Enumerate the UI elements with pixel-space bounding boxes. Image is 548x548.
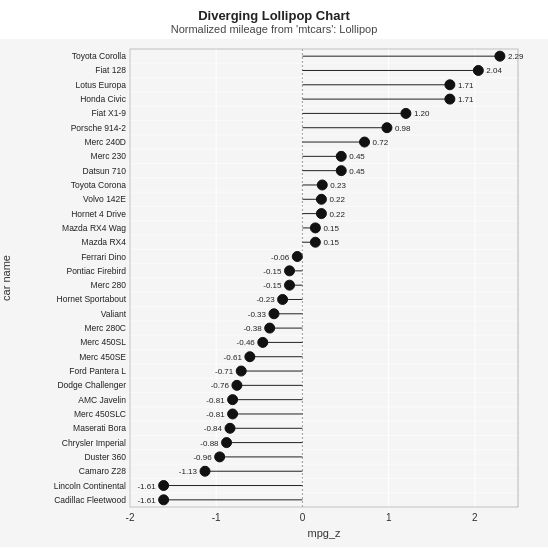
svg-point-92 xyxy=(265,323,275,333)
svg-point-24 xyxy=(445,80,455,90)
svg-text:Fiat 128: Fiat 128 xyxy=(95,65,126,75)
svg-point-68 xyxy=(310,237,320,247)
svg-text:Camaro Z28: Camaro Z28 xyxy=(79,466,127,476)
svg-point-96 xyxy=(258,337,268,347)
svg-point-104 xyxy=(236,366,246,376)
svg-text:Merc 450SE: Merc 450SE xyxy=(79,352,126,362)
svg-text:AMC Javelin: AMC Javelin xyxy=(78,395,126,405)
svg-text:0.15: 0.15 xyxy=(323,238,339,247)
svg-text:Toyota Corona: Toyota Corona xyxy=(71,180,127,190)
chart-title: Diverging Lollipop Chart xyxy=(0,0,548,23)
svg-text:Maserati Bora: Maserati Bora xyxy=(73,423,126,433)
svg-text:Duster 360: Duster 360 xyxy=(84,452,126,462)
chart-subtitle: Normalized mileage from 'mtcars': Lollip… xyxy=(0,23,548,35)
svg-text:-0.46: -0.46 xyxy=(237,338,256,347)
svg-text:-0.81: -0.81 xyxy=(206,396,225,405)
svg-point-32 xyxy=(401,108,411,118)
svg-point-16 xyxy=(495,51,505,61)
svg-text:Pontiac Firebird: Pontiac Firebird xyxy=(66,266,126,276)
chart-svg: -2-1012mpg_zcar name2.29Toyota Corolla2.… xyxy=(0,39,548,547)
svg-text:Merc 450SL: Merc 450SL xyxy=(80,337,126,347)
svg-text:Cadillac Fleetwood: Cadillac Fleetwood xyxy=(54,495,126,505)
svg-text:-0.81: -0.81 xyxy=(206,410,225,419)
svg-text:0.72: 0.72 xyxy=(373,138,389,147)
svg-text:car name: car name xyxy=(0,255,12,301)
svg-point-100 xyxy=(245,352,255,362)
svg-text:-0.88: -0.88 xyxy=(200,439,219,448)
svg-text:Toyota Corolla: Toyota Corolla xyxy=(72,51,127,61)
svg-text:-0.76: -0.76 xyxy=(211,381,230,390)
svg-text:Porsche 914-2: Porsche 914-2 xyxy=(71,123,127,133)
svg-point-40 xyxy=(360,137,370,147)
svg-point-60 xyxy=(316,209,326,219)
svg-text:-0.38: -0.38 xyxy=(243,324,262,333)
svg-text:2.04: 2.04 xyxy=(486,66,502,75)
svg-point-56 xyxy=(316,194,326,204)
svg-text:Hornet 4 Drive: Hornet 4 Drive xyxy=(71,209,126,219)
svg-text:Merc 450SLC: Merc 450SLC xyxy=(74,409,126,419)
svg-text:Honda Civic: Honda Civic xyxy=(80,94,127,104)
svg-point-128 xyxy=(215,452,225,462)
svg-text:Dodge Challenger: Dodge Challenger xyxy=(57,380,126,390)
svg-text:0.45: 0.45 xyxy=(349,152,365,161)
svg-text:-1: -1 xyxy=(212,512,221,523)
svg-text:Merc 230: Merc 230 xyxy=(91,151,127,161)
svg-text:Merc 280: Merc 280 xyxy=(91,280,127,290)
svg-point-112 xyxy=(228,395,238,405)
svg-text:-0.15: -0.15 xyxy=(263,281,282,290)
svg-point-64 xyxy=(310,223,320,233)
svg-text:0.98: 0.98 xyxy=(395,124,411,133)
svg-text:-1.61: -1.61 xyxy=(137,482,156,491)
svg-text:Volvo 142E: Volvo 142E xyxy=(83,194,126,204)
svg-point-36 xyxy=(382,123,392,133)
svg-point-84 xyxy=(278,294,288,304)
svg-point-72 xyxy=(292,252,302,262)
svg-text:-2: -2 xyxy=(126,512,135,523)
svg-text:2.29: 2.29 xyxy=(508,52,524,61)
svg-text:Mazda RX4 Wag: Mazda RX4 Wag xyxy=(62,223,126,233)
svg-text:-0.84: -0.84 xyxy=(204,424,223,433)
svg-text:Ford Pantera L: Ford Pantera L xyxy=(69,366,126,376)
svg-text:0.45: 0.45 xyxy=(349,167,365,176)
svg-text:-0.96: -0.96 xyxy=(193,453,212,462)
svg-text:0.22: 0.22 xyxy=(329,210,345,219)
svg-point-140 xyxy=(159,495,169,505)
svg-text:1.20: 1.20 xyxy=(414,109,430,118)
svg-point-76 xyxy=(285,266,295,276)
svg-point-48 xyxy=(336,166,346,176)
svg-text:-0.33: -0.33 xyxy=(248,310,267,319)
svg-text:-1.61: -1.61 xyxy=(137,496,156,505)
svg-text:0.22: 0.22 xyxy=(329,195,345,204)
svg-text:Valiant: Valiant xyxy=(101,309,127,319)
svg-text:0.15: 0.15 xyxy=(323,224,339,233)
svg-text:1.71: 1.71 xyxy=(458,81,474,90)
svg-text:mpg_z: mpg_z xyxy=(307,527,341,539)
svg-point-20 xyxy=(473,65,483,75)
svg-point-132 xyxy=(200,466,210,476)
svg-text:Lotus Europa: Lotus Europa xyxy=(75,80,126,90)
svg-point-108 xyxy=(232,380,242,390)
svg-point-88 xyxy=(269,309,279,319)
svg-text:Mazda RX4: Mazda RX4 xyxy=(82,237,127,247)
svg-point-124 xyxy=(222,438,232,448)
svg-text:Ferrari Dino: Ferrari Dino xyxy=(81,252,126,262)
svg-text:Merc 240D: Merc 240D xyxy=(84,137,126,147)
svg-text:-0.23: -0.23 xyxy=(256,295,275,304)
svg-text:Hornet Sportabout: Hornet Sportabout xyxy=(57,294,127,304)
svg-text:1: 1 xyxy=(386,512,392,523)
svg-text:-0.71: -0.71 xyxy=(215,367,234,376)
svg-text:-1.13: -1.13 xyxy=(179,467,198,476)
chart-container: Diverging Lollipop Chart Normalized mile… xyxy=(0,0,548,548)
svg-point-120 xyxy=(225,423,235,433)
svg-text:-0.61: -0.61 xyxy=(224,353,243,362)
svg-text:Merc 280C: Merc 280C xyxy=(84,323,126,333)
svg-text:Fiat X1-9: Fiat X1-9 xyxy=(92,108,127,118)
svg-point-52 xyxy=(317,180,327,190)
svg-point-136 xyxy=(159,481,169,491)
svg-text:Datsun 710: Datsun 710 xyxy=(83,166,127,176)
svg-text:0: 0 xyxy=(300,512,306,523)
svg-text:0.23: 0.23 xyxy=(330,181,346,190)
svg-text:-0.15: -0.15 xyxy=(263,267,282,276)
svg-text:1.71: 1.71 xyxy=(458,95,474,104)
svg-point-44 xyxy=(336,151,346,161)
